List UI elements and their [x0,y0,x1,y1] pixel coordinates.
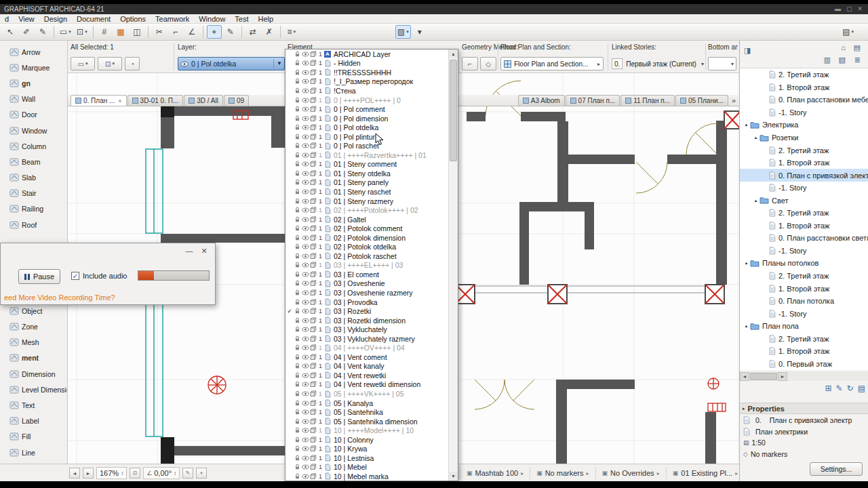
solid-mode-icon[interactable] [309,134,317,140]
lock-icon[interactable] [293,409,301,415]
property-view-name[interactable]: План электрики [740,426,868,438]
layer-list-item[interactable]: 101 | Steny razmery [285,197,448,206]
tool-arrow[interactable]: Arrow [0,44,67,60]
new-viewpoint-icon[interactable]: ⊞ [825,384,831,393]
navigator-item[interactable]: 1. Второй этаж [740,282,868,295]
eye-icon[interactable] [301,88,309,94]
solid-mode-icon[interactable] [309,381,317,388]
navigator-item[interactable]: 2. Третий этаж [740,144,868,157]
eye-icon[interactable] [301,363,309,369]
tool-roof[interactable]: Roof [0,217,67,232]
eye-icon[interactable] [301,300,309,305]
menu-design[interactable]: Design [39,14,72,24]
solid-mode-icon[interactable] [309,299,317,306]
solid-mode-icon[interactable] [309,152,317,159]
tool-label[interactable]: Label [0,413,67,429]
eye-icon[interactable] [301,382,309,387]
layer-list-item[interactable]: 103 | Rozetki dimension [285,316,448,325]
solid-mode-icon[interactable] [309,336,317,342]
navigator-item[interactable]: 2. Третий этаж [740,270,868,283]
eye-icon[interactable] [301,290,309,296]
layer-list-item[interactable]: 102 | Potolok comment [285,224,448,233]
eye-icon[interactable] [301,446,309,451]
view-tab[interactable]: 0. План ...× [71,95,127,106]
navigator-item[interactable]: -1. Story [740,106,868,119]
lock-icon[interactable] [293,243,301,250]
lock-icon[interactable] [293,198,301,205]
tool-object[interactable]: Object [0,303,67,319]
dialog-minimize-icon[interactable]: — [184,247,195,255]
layer-list-item[interactable]: 102 | ++++Potolok++++ | 02 [285,205,448,215]
eye-icon[interactable] [301,281,309,286]
collapse-icon[interactable]: ▲ [743,261,750,265]
lock-icon[interactable] [293,363,301,369]
lock-icon[interactable] [293,106,301,113]
tool-line[interactable]: Line [0,445,67,460]
zoom-stepper-icon[interactable]: ↕ [121,470,123,476]
lock-icon[interactable] [293,134,301,140]
view-tab[interactable]: A3 Albom [518,95,565,106]
layer-list-item[interactable]: 10 | ++++POL++++ | 0 [285,96,448,105]
navigator-item[interactable]: 1. Второй этаж [740,157,868,169]
lock-icon[interactable] [293,418,301,425]
solid-mode-icon[interactable] [309,106,317,113]
solid-mode-icon[interactable] [309,427,317,434]
navigator-item[interactable]: 1. Второй этаж [740,345,868,358]
eye-icon[interactable] [301,272,309,277]
navigator-options-icon[interactable]: ≣ [854,56,861,64]
lock-icon[interactable] [293,262,301,268]
solid-mode-icon[interactable] [309,235,317,241]
layer-list-item[interactable]: 110 | Mebel marka [285,472,448,481]
panel-options-icon[interactable]: ▤▾ [840,25,856,39]
eye-icon[interactable] [301,207,309,213]
eye-icon[interactable] [301,373,309,378]
navigator-item[interactable]: 2. Третий этаж [740,332,868,345]
solid-mode-icon[interactable] [309,473,317,480]
tool-gn[interactable]: gn [0,75,67,91]
layer-list-item[interactable]: 104 | Vent coment [285,352,448,362]
layer-list-item[interactable]: 110 | Krywa [285,445,448,454]
lock-icon[interactable] [293,179,301,186]
model-view-options-icon[interactable]: ▧▾ [395,25,411,39]
scroll-right-icon[interactable]: ► [83,468,94,479]
lock-icon[interactable] [293,124,301,131]
layer-list-item[interactable]: 103 | Osveshenie [285,279,448,289]
layer-list-item[interactable]: 104 | Vent rewetki dimension [285,380,448,390]
eye-icon[interactable] [301,437,309,443]
navigator-item[interactable]: ▲План пола [740,320,868,333]
eye-icon[interactable] [301,226,309,231]
geometry-method-straight-icon[interactable]: ⌐ [462,57,478,70]
dialog-close-icon[interactable]: ✕ [199,247,210,256]
layer-list-item[interactable]: 103 | El coment [285,270,448,279]
eye-icon[interactable] [301,308,309,314]
eye-icon[interactable] [301,455,309,461]
solid-mode-icon[interactable] [309,317,317,324]
tool-column[interactable]: Column [0,138,67,154]
layer-list-item[interactable]: 104 | ++++OV++++ | 04 [285,344,448,353]
scroll-down-icon[interactable]: ▼ [449,472,458,481]
scissors-icon[interactable]: ✂ [152,25,167,39]
solid-mode-icon[interactable] [309,225,317,232]
lock-icon[interactable] [293,280,301,287]
solid-mode-icon[interactable] [309,60,317,66]
lock-icon[interactable] [293,427,301,434]
eye-icon[interactable] [301,244,309,249]
pause-button[interactable]: Pause [18,269,60,284]
layer-list-item[interactable]: 110 | Colonny [285,435,448,445]
solid-mode-icon[interactable] [309,87,317,94]
scrollbar-thumb[interactable] [750,373,777,380]
navigator-item[interactable]: -1. Story [740,307,868,320]
eye-icon[interactable] [301,253,309,259]
arrow-options-combo[interactable]: ▭▾ [71,57,95,70]
eye-icon[interactable] [301,409,309,415]
navigator-item[interactable]: -1. Story [740,245,868,258]
solid-mode-icon[interactable] [309,363,317,369]
pencil-icon[interactable]: ✎ [35,25,50,39]
solid-mode-icon[interactable] [309,51,317,58]
lock-icon[interactable] [293,78,301,85]
navigator-item[interactable]: ▲Розетки [740,131,868,144]
tool-wall[interactable]: Wall [0,92,67,107]
solid-mode-icon[interactable] [309,78,317,85]
view-tab[interactable]: 09 [224,95,249,106]
solid-mode-icon[interactable] [309,179,317,186]
